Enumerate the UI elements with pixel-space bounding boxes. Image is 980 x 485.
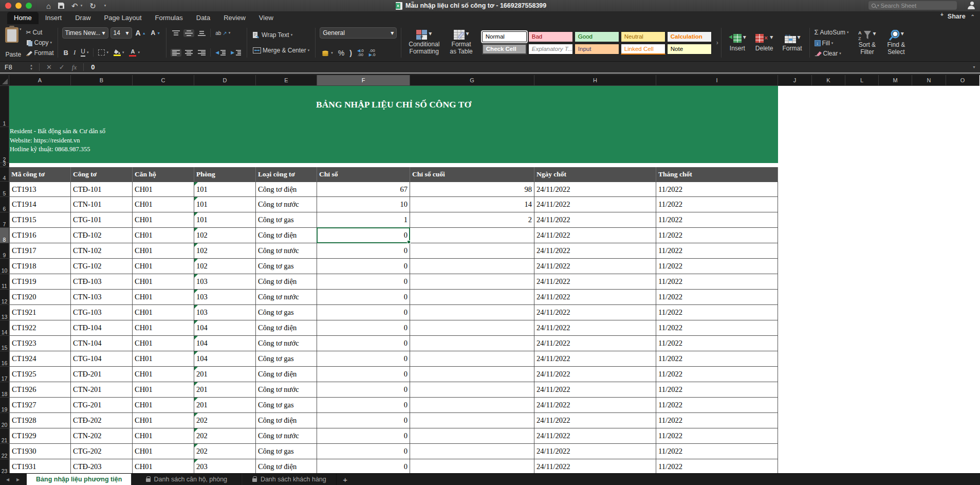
- cell[interactable]: 0: [317, 459, 410, 475]
- fill-button[interactable]: ↓Fill▾: [813, 39, 850, 48]
- merge-center-button[interactable]: Merge & Center▾: [251, 46, 311, 55]
- clear-button[interactable]: Clear▾: [813, 49, 850, 58]
- column-header-A[interactable]: A: [9, 75, 71, 86]
- cell[interactable]: 24/11/2022: [534, 320, 656, 336]
- cell[interactable]: 11/2022: [656, 413, 778, 428]
- sheet-tab-can-ho-phong[interactable]: Danh sách căn hộ, phòng: [131, 474, 242, 485]
- cell[interactable]: [410, 413, 534, 428]
- align-left-button[interactable]: [171, 49, 181, 57]
- cell[interactable]: Công tơ nước: [256, 290, 317, 305]
- cell[interactable]: 14: [410, 197, 534, 212]
- tab-view[interactable]: View: [252, 12, 280, 24]
- sheet-tab-khach-hang[interactable]: Danh sách khách hàng: [242, 474, 337, 485]
- cell[interactable]: 24/11/2022: [534, 182, 656, 197]
- table-header-cell[interactable]: Ngày chốt: [534, 167, 656, 182]
- cell[interactable]: 11/2022: [656, 382, 778, 398]
- cell[interactable]: 98: [410, 182, 534, 197]
- row-header-15[interactable]: 15: [0, 336, 9, 351]
- row-header-20[interactable]: 20: [0, 413, 9, 428]
- tab-insert[interactable]: Insert: [39, 12, 69, 24]
- row-header-19[interactable]: 19: [0, 398, 9, 413]
- cell[interactable]: CT1927: [9, 398, 71, 413]
- conditional-formatting-button[interactable]: ≠▾ ConditionalFormatting: [405, 30, 442, 56]
- cell[interactable]: CH01: [133, 274, 194, 290]
- cell[interactable]: 11/2022: [656, 228, 778, 243]
- row-header-16[interactable]: 16: [0, 351, 9, 367]
- cell[interactable]: 67: [317, 182, 410, 197]
- cell[interactable]: 0: [317, 398, 410, 413]
- cell[interactable]: 24/11/2022: [534, 398, 656, 413]
- cell[interactable]: 101: [194, 182, 256, 197]
- cell[interactable]: CTN-103: [71, 290, 133, 305]
- row-header-12[interactable]: 12: [0, 290, 9, 305]
- cell[interactable]: 11/2022: [656, 444, 778, 459]
- cell[interactable]: Công tơ gas: [256, 398, 317, 413]
- cell[interactable]: Công tơ nước: [256, 336, 317, 351]
- cell[interactable]: Công tơ điện: [256, 413, 317, 428]
- cell[interactable]: CTN-102: [71, 243, 133, 259]
- cell[interactable]: 0: [317, 320, 410, 336]
- cell[interactable]: Công tơ điện: [256, 228, 317, 243]
- cell[interactable]: 24/11/2022: [534, 259, 656, 274]
- cell[interactable]: 0: [317, 290, 410, 305]
- table-header-cell[interactable]: Chỉ số: [317, 167, 410, 182]
- currency-button[interactable]: ▾: [320, 49, 335, 57]
- cell[interactable]: CH01: [133, 398, 194, 413]
- cell[interactable]: CT1928: [9, 413, 71, 428]
- copy-button[interactable]: Copy▾: [25, 38, 56, 47]
- font-color-button[interactable]: A ▾: [127, 48, 141, 58]
- cell[interactable]: CT1913: [9, 182, 71, 197]
- cell[interactable]: CT1920: [9, 290, 71, 305]
- prev-sheet-icon[interactable]: ◂: [6, 476, 9, 483]
- cell[interactable]: 24/11/2022: [534, 367, 656, 382]
- cell[interactable]: Công tơ gas: [256, 305, 317, 320]
- column-header-D[interactable]: D: [194, 75, 256, 86]
- cell[interactable]: CT1929: [9, 428, 71, 444]
- cell[interactable]: 0: [317, 243, 410, 259]
- cell[interactable]: CTG-103: [71, 305, 133, 320]
- style-chip[interactable]: Normal: [482, 31, 527, 42]
- styles-gallery-more-icon[interactable]: ›: [715, 38, 720, 47]
- style-chip[interactable]: Neutral: [621, 31, 665, 42]
- cell[interactable]: CTN-201: [71, 382, 133, 398]
- cell[interactable]: CH01: [133, 428, 194, 444]
- column-header-F[interactable]: F: [317, 75, 410, 86]
- cell[interactable]: CT1923: [9, 336, 71, 351]
- row-header-7[interactable]: 7: [0, 212, 9, 228]
- cell[interactable]: [410, 336, 534, 351]
- tab-formulas[interactable]: Formulas: [149, 12, 190, 24]
- delete-cells-button[interactable]: ×▾ Delete: [752, 33, 776, 52]
- row-header-17[interactable]: 17: [0, 367, 9, 382]
- column-header-C[interactable]: C: [133, 75, 194, 86]
- redo-icon[interactable]: ↻: [89, 2, 96, 10]
- cell[interactable]: 0: [317, 428, 410, 444]
- column-header-B[interactable]: B: [71, 75, 133, 86]
- cell[interactable]: 104: [194, 336, 256, 351]
- cell[interactable]: 11/2022: [656, 459, 778, 475]
- cell[interactable]: [410, 367, 534, 382]
- style-chip[interactable]: Note: [667, 44, 712, 55]
- cell[interactable]: [410, 459, 534, 475]
- cell[interactable]: CH01: [133, 382, 194, 398]
- cell[interactable]: CT1930: [9, 444, 71, 459]
- cell[interactable]: CH01: [133, 243, 194, 259]
- cell[interactable]: CH01: [133, 351, 194, 367]
- column-header-G[interactable]: G: [410, 75, 534, 86]
- align-center-button[interactable]: [183, 49, 194, 57]
- table-header-cell[interactable]: Công tơ: [71, 167, 133, 182]
- underline-button[interactable]: U▾: [79, 47, 90, 57]
- cell[interactable]: 11/2022: [656, 336, 778, 351]
- cell[interactable]: 102: [194, 259, 256, 274]
- table-header-cell[interactable]: Chỉ số cuối: [410, 167, 534, 182]
- decrease-indent-button[interactable]: ◀: [214, 49, 227, 57]
- cell[interactable]: CH01: [133, 336, 194, 351]
- cell[interactable]: CT1918: [9, 259, 71, 274]
- selected-cell-outline[interactable]: [317, 227, 410, 243]
- cell[interactable]: CH01: [133, 290, 194, 305]
- cell[interactable]: 102: [194, 228, 256, 243]
- cell[interactable]: CTĐ-104: [71, 320, 133, 336]
- row-header-9[interactable]: 9: [0, 243, 9, 259]
- cell[interactable]: [410, 274, 534, 290]
- cell[interactable]: [410, 428, 534, 444]
- font-name-select[interactable]: Times New...▾: [62, 27, 108, 39]
